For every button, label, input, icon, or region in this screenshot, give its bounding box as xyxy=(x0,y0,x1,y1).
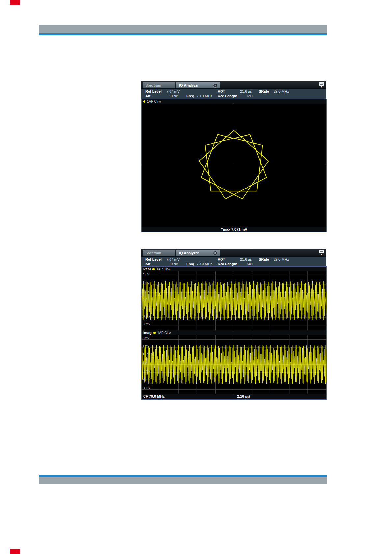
ref-level-value: 7.07 mV xyxy=(166,257,180,261)
att-label: Att xyxy=(145,94,150,98)
y-axis-tick-label: 6 mV xyxy=(143,336,149,340)
y-axis-tick-label: 4 mV xyxy=(143,281,149,284)
real-trace-plot: 6 mV4 mV2 mV0 V-2 mV-4 mV-6 mV xyxy=(142,271,326,330)
trace-color-dot-icon xyxy=(152,268,155,270)
aqt-label: AQT xyxy=(218,257,225,261)
vector-trace-svg xyxy=(142,104,326,227)
close-tab-icon[interactable]: × xyxy=(213,83,217,88)
y-axis-tick-label: 0 V xyxy=(143,361,147,365)
freq-label: Freq xyxy=(186,262,194,266)
chevron-down-icon: ▾ xyxy=(318,86,324,88)
y-axis-tick-label: -4 mV xyxy=(143,378,150,381)
y-axis-tick-label: -4 mV xyxy=(143,314,150,317)
imag-trace-plot: 6 mV4 mV2 mV0 V-2 mV-4 mV-6 mV xyxy=(142,335,326,394)
manual-page: Spectrum IQ Analyzer × ▾ Ref Level 7.07 … xyxy=(0,0,392,554)
srate-value: 32.0 MHz xyxy=(274,89,289,93)
imag-panel-label: Imag xyxy=(143,331,152,335)
srate-value: 32.0 MHz xyxy=(274,257,289,261)
x-axis-footer: CF 70.0 MHz 2.16 µs/ xyxy=(142,394,326,399)
freq-label: Freq xyxy=(186,94,194,98)
aqt-value: 21.6 µs xyxy=(240,257,252,261)
page-footer-bar xyxy=(39,477,327,484)
ymax-label: Ymax 7.071 mV xyxy=(221,227,247,231)
page-header-accent-line xyxy=(39,33,327,35)
red-registration-mark-bottom xyxy=(10,549,20,554)
y-axis-tick-label: -6 mV xyxy=(143,322,150,326)
center-frequency-label: CF 70.0 MHz xyxy=(143,394,165,398)
red-registration-mark-top xyxy=(10,0,20,5)
tab-spectrum-label: Spectrum xyxy=(145,83,161,87)
rec-length-value: 691 xyxy=(247,262,253,266)
tab-spectrum-label: Spectrum xyxy=(145,251,161,255)
att-value: 10 dB xyxy=(169,262,178,266)
tab-spectrum[interactable]: Spectrum xyxy=(143,82,175,88)
y-axis-tick-label: 2 mV xyxy=(143,353,149,356)
iq-analyzer-real-imag-screenshot: Spectrum IQ Analyzer × ▾ Ref Level 7.07 … xyxy=(141,249,326,399)
tab-bar: Spectrum IQ Analyzer × ▾ xyxy=(141,249,326,256)
channel-info-bar: Ref Level 7.07 mV AQT 21.6 µs SRate 32.0… xyxy=(141,88,326,99)
y-axis-tick-label: 2 mV xyxy=(143,289,149,292)
y-axis-tick-label: 6 mV xyxy=(143,273,149,276)
tab-iq-analyzer[interactable]: IQ Analyzer × xyxy=(176,250,220,256)
srate-label: SRate xyxy=(259,257,269,261)
y-axis-tick-label: -6 mV xyxy=(143,386,150,389)
chevron-down-icon: ▾ xyxy=(318,253,324,256)
channel-info-bar: Ref Level 7.07 mV AQT 21.6 µs SRate 32.0… xyxy=(141,256,326,266)
ymax-footer: Ymax 7.071 mV xyxy=(142,227,326,232)
trace-header: 1AP Clrw xyxy=(142,99,326,104)
page-footer-accent-line xyxy=(39,475,327,477)
display-menu-button[interactable]: ▾ xyxy=(318,250,324,256)
aqt-label: AQT xyxy=(218,89,225,93)
att-label: Att xyxy=(145,262,150,266)
aqt-value: 21.6 µs xyxy=(240,89,252,93)
rec-length-label: Rec Length xyxy=(218,262,237,266)
freq-value: 70.0 MHz xyxy=(197,262,212,266)
display-menu-button[interactable]: ▾ xyxy=(318,82,324,88)
srate-label: SRate xyxy=(259,89,269,93)
freq-value: 70.0 MHz xyxy=(197,94,212,98)
y-axis-tick-label: -2 mV xyxy=(143,306,150,309)
att-value: 10 dB xyxy=(169,94,178,98)
waveform-trace-svg xyxy=(142,271,326,330)
ref-level-value: 7.07 mV xyxy=(166,89,180,93)
trace-label: 1AP Clrw xyxy=(157,331,171,335)
tab-iq-analyzer[interactable]: IQ Analyzer × xyxy=(176,82,220,88)
ref-level-label: Ref Level xyxy=(145,257,162,261)
vector-diagram-plot xyxy=(142,104,326,227)
ref-level-label: Ref Level xyxy=(145,89,162,93)
close-tab-icon[interactable]: × xyxy=(213,251,217,255)
trace-label: 1AP Clrw xyxy=(147,100,161,103)
trace-color-dot-icon xyxy=(153,332,156,334)
imag-panel-header: Imag 1AP Clrw xyxy=(142,330,326,335)
tab-iq-analyzer-label: IQ Analyzer xyxy=(179,83,199,87)
tab-bar: Spectrum IQ Analyzer × ▾ xyxy=(141,81,326,88)
tab-iq-analyzer-label: IQ Analyzer xyxy=(179,251,199,255)
y-axis-tick-label: 4 mV xyxy=(143,344,149,348)
y-axis-tick-label: -2 mV xyxy=(143,369,150,373)
vector-diagram-window: 1AP Clrw Ymax 7.071 mV xyxy=(141,99,327,232)
y-axis-tick-label: 0 V xyxy=(143,298,147,301)
x-scale-label: 2.16 µs/ xyxy=(237,394,250,398)
iq-analyzer-vector-screenshot: Spectrum IQ Analyzer × ▾ Ref Level 7.07 … xyxy=(141,81,326,232)
tab-spectrum[interactable]: Spectrum xyxy=(143,250,175,256)
trace-label: 1AP Clrw xyxy=(156,267,170,271)
real-panel-label: Real xyxy=(143,267,151,271)
rec-length-label: Rec Length xyxy=(218,94,237,98)
waveform-trace-svg xyxy=(142,335,326,394)
page-header-bar xyxy=(39,25,327,33)
trace-color-dot-icon xyxy=(143,100,145,103)
real-imag-window: Real 1AP Clrw 6 mV4 mV2 mV0 V-2 mV-4 mV-… xyxy=(141,266,327,400)
rec-length-value: 691 xyxy=(247,94,253,98)
real-panel-header: Real 1AP Clrw xyxy=(142,267,326,271)
